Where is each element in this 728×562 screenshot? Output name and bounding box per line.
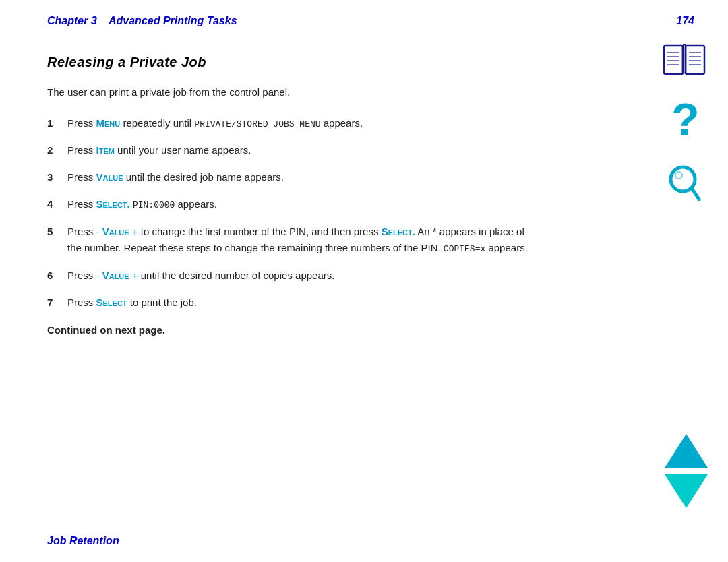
select-link2: Select. bbox=[382, 226, 415, 237]
page-number: 174 bbox=[676, 15, 694, 27]
plus-text: + bbox=[132, 226, 138, 237]
svg-rect-1 bbox=[686, 46, 704, 74]
chapter-header: Chapter 3 Advanced Printing Tasks bbox=[47, 15, 237, 27]
section-title: Releasing a Private Job bbox=[47, 55, 539, 70]
step-number: 7 bbox=[47, 294, 67, 311]
question-icon[interactable]: ? bbox=[666, 96, 703, 149]
chapter-title: Advanced Printing Tasks bbox=[109, 15, 237, 26]
page-header: Chapter 3 Advanced Printing Tasks 174 bbox=[0, 0, 728, 34]
step-number: 3 bbox=[47, 169, 67, 185]
nav-arrows bbox=[665, 434, 708, 508]
step-number: 6 bbox=[47, 268, 67, 284]
mono-text: PIN:0000 bbox=[133, 200, 175, 210]
step-item: 2 Press Item until your user name appear… bbox=[47, 142, 539, 158]
select-link: Select. bbox=[96, 198, 130, 210]
step-item: 6 Press - Value + until the desired numb… bbox=[47, 268, 539, 284]
book-icon[interactable] bbox=[661, 40, 708, 83]
chapter-label: Chapter 3 bbox=[47, 15, 97, 26]
arrow-up-icon[interactable] bbox=[665, 434, 708, 468]
right-sidebar: ? bbox=[661, 40, 708, 212]
magnifier-icon[interactable] bbox=[664, 162, 704, 212]
step-content: Press Menu repeatedly until PRIVATE/STOR… bbox=[67, 115, 539, 132]
step-number: 2 bbox=[47, 142, 67, 158]
step-content: Press - Value + to change the first numb… bbox=[67, 224, 539, 257]
arrow-down-icon[interactable] bbox=[665, 474, 708, 508]
mono-text2: COPIES=x bbox=[444, 244, 485, 254]
mono-text: PRIVATE/STORED JOBS MENU bbox=[194, 119, 320, 129]
step-item: 7 Press Select to print the job. bbox=[47, 294, 539, 311]
value-link3: Value bbox=[102, 270, 129, 281]
step-number: 5 bbox=[47, 224, 67, 240]
page-footer: Job Retention bbox=[47, 535, 119, 547]
item-link: Item bbox=[96, 144, 115, 156]
main-content: Releasing a Private Job The user can pri… bbox=[0, 34, 586, 349]
intro-text: The user can print a private job from th… bbox=[47, 85, 539, 100]
step-content: Press - Value + until the desired number… bbox=[67, 268, 539, 284]
step-item: 1 Press Menu repeatedly until PRIVATE/ST… bbox=[47, 115, 539, 132]
step-number: 4 bbox=[47, 196, 67, 212]
step-item: 4 Press Select. PIN:0000 appears. bbox=[47, 196, 539, 213]
footer-label: Job Retention bbox=[47, 535, 119, 547]
svg-point-15 bbox=[675, 172, 682, 179]
step-content: Press Item until your user name appears. bbox=[67, 142, 539, 158]
menu-link: Menu bbox=[96, 117, 121, 129]
dash-text: - bbox=[96, 226, 100, 237]
value-link2: Value bbox=[102, 226, 129, 237]
step-content: Press Select. PIN:0000 appears. bbox=[67, 196, 539, 213]
plus-text2: + bbox=[132, 270, 138, 281]
continued-text: Continued on next page. bbox=[47, 324, 539, 336]
svg-text:?: ? bbox=[671, 96, 700, 145]
value-link: Value bbox=[96, 171, 123, 183]
step-number: 1 bbox=[47, 115, 67, 131]
select-link3: Select bbox=[96, 296, 127, 308]
steps-list: 1 Press Menu repeatedly until PRIVATE/ST… bbox=[47, 115, 539, 311]
svg-line-14 bbox=[692, 188, 699, 199]
step-item: 5 Press - Value + to change the first nu… bbox=[47, 224, 539, 257]
step-content: Press Value until the desired job name a… bbox=[67, 169, 539, 185]
dash-text2: - bbox=[96, 270, 100, 281]
step-item: 3 Press Value until the desired job name… bbox=[47, 169, 539, 185]
step-content: Press Select to print the job. bbox=[67, 294, 539, 311]
svg-rect-0 bbox=[664, 46, 683, 74]
